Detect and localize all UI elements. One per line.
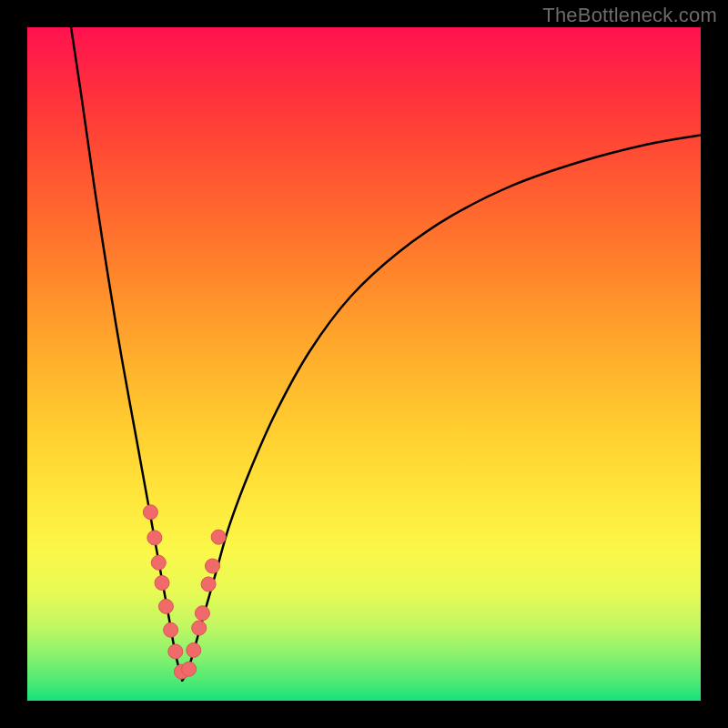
plot-area	[27, 27, 701, 701]
gradient-background	[27, 27, 701, 701]
chart-frame: TheBottleneck.com	[0, 0, 728, 728]
watermark-text: TheBottleneck.com	[542, 4, 717, 27]
